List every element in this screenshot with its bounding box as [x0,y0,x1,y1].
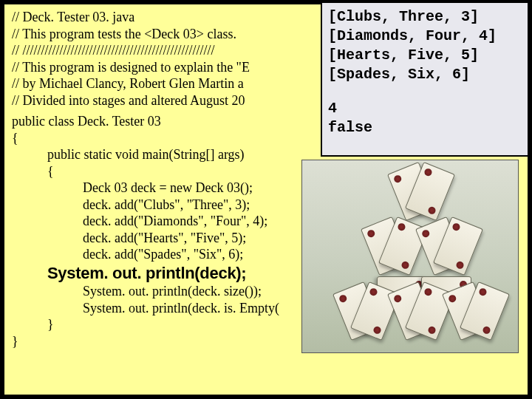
output-line: [Diamonds, Four, 4] [328,27,522,46]
output-line: [Hearts, Five, 5] [328,46,522,65]
output-line: 4 [328,99,522,118]
output-panel: [Clubs, Three, 3] [Diamonds, Four, 4] [H… [321,1,529,157]
cards-image [301,160,519,353]
output-line: false [328,118,522,137]
output-line: [Spades, Six, 6] [328,65,522,84]
output-line: [Clubs, Three, 3] [328,7,522,27]
